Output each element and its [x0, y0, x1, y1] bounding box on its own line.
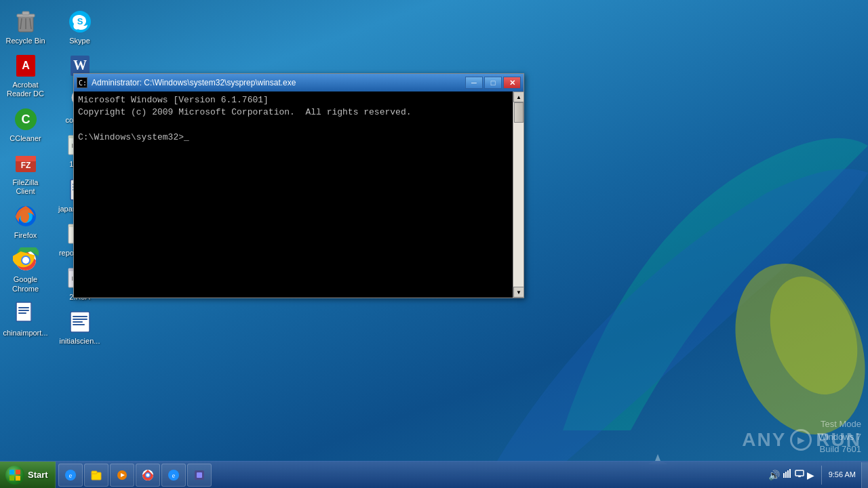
tray-clock[interactable]: 9:56 AM: [829, 470, 856, 480]
svg-text:C: C: [21, 113, 30, 126]
testmode-line1: Test Mode: [818, 418, 861, 430]
start-label: Start: [28, 470, 48, 480]
svg-rect-57: [73, 321, 83, 323]
ie2-taskbar-icon: e: [167, 469, 180, 481]
volume-tray-icon[interactable]: 🔊: [768, 470, 780, 481]
ie-taskbar-icon: e: [64, 469, 77, 481]
desktop-icon-initialscien[interactable]: initialscien...: [54, 306, 105, 348]
desktop: Recycle Bin A Acrobat Reader DC C CClean…: [0, 0, 868, 488]
testmode-line2: Windows 7: [818, 431, 861, 443]
network-tray-icon[interactable]: [783, 469, 792, 481]
svg-point-73: [146, 473, 149, 476]
svg-rect-68: [92, 471, 97, 474]
unknown-taskbar-icon: [193, 469, 205, 481]
svg-rect-29: [18, 310, 29, 311]
cmd-window[interactable]: C:\ Administrator: C:\Windows\system32\s…: [73, 73, 524, 298]
recycle-bin-icon: [12, 8, 39, 35]
ccleaner-icon: C: [12, 106, 39, 133]
svg-rect-82: [795, 470, 804, 476]
svg-rect-55: [73, 316, 87, 317]
svg-text:C:\: C:\: [79, 79, 87, 87]
taskbar-items: e: [56, 464, 763, 487]
tray-time: 9:56 AM: [829, 470, 856, 480]
taskbar-item-explorer[interactable]: [84, 464, 108, 487]
skype-label: Skype: [69, 37, 90, 45]
desktop-icon-column-1: Recycle Bin A Acrobat Reader DC C CClean…: [0, 0, 51, 340]
cmd-window-icon: C:\: [77, 77, 87, 88]
start-orb-icon: [5, 466, 24, 485]
desktop-icon-acrobat[interactable]: A Acrobat Reader DC: [0, 49, 51, 101]
svg-rect-78: [783, 473, 785, 478]
cmd-line-3: [78, 119, 83, 129]
desktop-icon-filezilla[interactable]: FZ FileZilla Client: [0, 147, 51, 199]
cmd-minimize-button[interactable]: ─: [465, 77, 483, 89]
chrome-taskbar-icon: [142, 469, 154, 481]
ccleaner-label: CCleaner: [9, 134, 41, 143]
testmode-watermark: Test Mode Windows 7 Build 7601: [818, 418, 861, 455]
desktop-icon-firefox[interactable]: Firefox: [0, 200, 51, 243]
cmd-scrollbar[interactable]: ▲ ▼: [513, 92, 524, 298]
anyrun-text: ANY: [742, 429, 786, 451]
system-tray: 🔊: [763, 462, 861, 489]
media-play-tray-icon[interactable]: ▶: [807, 470, 814, 481]
display-tray-icon[interactable]: [795, 469, 804, 481]
desktop-icon-chinaimport[interactable]: chinaimport...: [0, 298, 51, 340]
taskbar-item-unknown[interactable]: [187, 464, 212, 487]
tray-icons: 🔊: [768, 469, 814, 481]
scroll-thumb[interactable]: [514, 102, 524, 123]
anyrun-play-icon: ▶: [790, 429, 812, 451]
chrome-label: Google Chrome: [3, 275, 48, 293]
explorer-taskbar-icon: [90, 469, 102, 481]
chrome-icon: [12, 247, 39, 274]
testmode-line3: Build 7601: [818, 443, 861, 455]
cmd-output[interactable]: Microsoft Windows [Version 6.1.7601] Cop…: [74, 92, 513, 298]
svg-rect-79: [785, 472, 787, 478]
taskbar-item-ie[interactable]: e: [58, 464, 83, 487]
taskbar-item-ie2[interactable]: e: [161, 464, 186, 487]
svg-text:S: S: [77, 16, 83, 26]
initialscien-icon: [66, 308, 94, 336]
svg-rect-81: [789, 469, 791, 478]
chinaimport-label: chinaimport...: [3, 329, 47, 338]
taskbar-item-chrome[interactable]: [136, 464, 160, 487]
cmd-maximize-button[interactable]: □: [484, 77, 502, 89]
svg-text:W: W: [73, 58, 87, 73]
scroll-up-arrow[interactable]: ▲: [513, 92, 524, 102]
svg-text:FZ: FZ: [20, 161, 31, 170]
desktop-icon-ccleaner[interactable]: C CCleaner: [0, 103, 51, 146]
start-button[interactable]: Start: [0, 462, 56, 489]
svg-rect-77: [197, 472, 202, 478]
filezilla-icon: FZ: [12, 150, 39, 177]
svg-rect-56: [73, 319, 87, 320]
svg-rect-61: [9, 470, 14, 474]
desktop-icon-skype[interactable]: S Skype: [54, 5, 105, 48]
svg-rect-64: [16, 476, 20, 481]
acrobat-icon: A: [12, 52, 39, 79]
cmd-line-2: Copyright (c) 2009 Microsoft Corporation…: [78, 107, 411, 117]
cmd-window-controls: ─ □ ✕: [465, 77, 521, 89]
svg-rect-30: [18, 312, 26, 314]
media-taskbar-icon: [116, 469, 128, 481]
cmd-line-4: C:\Windows\system32>_: [78, 132, 189, 142]
tray-separator: [821, 466, 822, 485]
cmd-titlebar[interactable]: C:\ Administrator: C:\Windows\system32\s…: [74, 74, 524, 92]
scroll-track[interactable]: [513, 102, 524, 287]
svg-rect-80: [787, 470, 789, 478]
recycle-bin-label: Recycle Bin: [5, 37, 45, 45]
svg-rect-63: [9, 476, 14, 481]
show-desktop-button[interactable]: [861, 462, 868, 488]
svg-rect-5: [22, 12, 29, 15]
cmd-line-1: Microsoft Windows [Version 6.1.7601]: [78, 95, 269, 105]
desktop-icon-recycle-bin[interactable]: Recycle Bin: [0, 5, 51, 48]
firefox-icon: [12, 203, 39, 230]
scroll-down-arrow[interactable]: ▼: [513, 287, 524, 298]
cmd-body[interactable]: Microsoft Windows [Version 6.1.7601] Cop…: [74, 92, 524, 298]
desktop-icon-chrome[interactable]: Google Chrome: [0, 244, 51, 296]
svg-rect-27: [16, 302, 31, 321]
svg-rect-62: [16, 470, 20, 474]
svg-text:e: e: [68, 472, 72, 479]
taskbar-item-media[interactable]: [110, 464, 134, 487]
acrobat-label: Acrobat Reader DC: [3, 81, 48, 98]
taskbar: Start e: [0, 461, 868, 488]
cmd-close-button[interactable]: ✕: [503, 77, 521, 89]
